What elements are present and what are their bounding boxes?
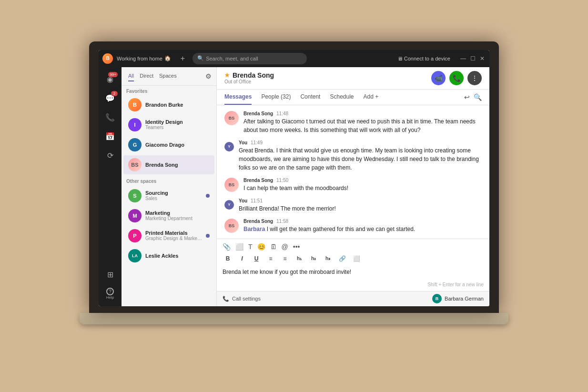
message-content-5: Brenda Song 11:58 Barbara I will get the… — [243, 219, 482, 233]
add-tab-button[interactable]: + — [181, 54, 185, 63]
mention-barbara: Barbara — [243, 226, 265, 232]
channel-item-identity[interactable]: I Identity Design Teamers — [123, 115, 214, 134]
avatar-giacomo: G — [128, 138, 142, 151]
channels-panel: All Direct Spaces ⚙ Favorites B Brandon … — [122, 67, 217, 306]
search-input[interactable]: 🔍 Search, meet, and call — [193, 53, 307, 64]
italic-button[interactable]: I — [237, 253, 247, 264]
tab-people[interactable]: People (32) — [261, 90, 291, 105]
maximize-button[interactable]: ☐ — [469, 55, 476, 62]
channel-name-leslie: Leslie Ackles — [145, 253, 210, 259]
connect-device-label[interactable]: 🖥 Connect to a device — [397, 56, 450, 61]
channel-sub-sourcing: Sales — [145, 196, 202, 201]
message-time-1: 11:48 — [276, 111, 288, 116]
filter-tabs: All Direct Spaces — [126, 71, 203, 81]
message-group-4: Y You 11:51 Brilliant Brenda! The more t… — [224, 198, 482, 213]
search-placeholder: Search, meet, and call — [206, 56, 258, 61]
channel-item-printed[interactable]: P Printed Materials Graphic Design & Mar… — [123, 226, 214, 245]
call-settings-label[interactable]: Call settings — [232, 296, 261, 302]
compose-text[interactable]: Brenda let me know if you got the mirobo… — [223, 267, 484, 280]
tab-content[interactable]: Content — [300, 90, 320, 105]
message-time-4: 11:51 — [251, 198, 263, 203]
back-icon[interactable]: ↩ — [464, 93, 470, 101]
audio-call-button[interactable]: 📞 — [449, 71, 464, 85]
chat-tabs: Messages People (32) Content Schedule Ad… — [217, 90, 489, 105]
calendar-compose-icon[interactable]: 🗓 — [270, 243, 277, 251]
message-sender-2: You — [239, 140, 247, 145]
channel-name-brenda: Brenda Song — [145, 162, 210, 168]
window-controls: — ☐ ✕ — [460, 55, 486, 62]
avatar-printed: P — [128, 229, 142, 242]
bold-button[interactable]: B — [223, 253, 233, 264]
message-meta-1: Brenda Song 11:48 — [243, 111, 482, 116]
message-text-2: Great Brenda. I think that would give us… — [239, 146, 482, 172]
mention-icon[interactable]: @ — [282, 243, 288, 251]
message-meta-5: Brenda Song 11:58 — [243, 219, 482, 224]
code-button[interactable]: ⬜ — [351, 253, 362, 264]
channel-item-brenda[interactable]: BS Brenda Song — [123, 155, 214, 174]
more-options-button[interactable]: ⋮ — [467, 71, 482, 85]
channel-info-marketing: Marketing Marketing Department — [145, 210, 210, 221]
link-button[interactable]: 🔗 — [337, 253, 347, 264]
sidebar-item-help[interactable]: ? Help — [101, 285, 119, 302]
attach-icon[interactable]: 📎 — [223, 243, 231, 251]
sidebar-item-activity[interactable]: ◉ 99+ — [101, 71, 119, 88]
list-button[interactable]: ≡ — [280, 253, 290, 264]
channel-info-giacomo: Giacomo Drago — [145, 142, 210, 148]
search-messages-icon[interactable]: 🔍 — [474, 93, 482, 101]
underline-button[interactable]: U — [251, 253, 262, 264]
compose-mention: Brenda — [223, 269, 241, 275]
avatar-marketing: M — [128, 209, 142, 222]
title-bar-right: 🖥 Connect to a device — ☐ ✕ — [397, 55, 486, 62]
filter-icon[interactable]: ⚙ — [205, 72, 212, 80]
star-icon[interactable]: ★ — [224, 72, 230, 79]
message-group-2: Y You 11:49 Great Brenda. I think that w… — [224, 140, 482, 172]
h2-button[interactable]: h₂ — [308, 253, 319, 264]
filter-tab-direct[interactable]: Direct — [140, 71, 153, 81]
chat-header-info: ★ Brenda Song Out of Office — [224, 71, 427, 84]
sidebar-item-calendar[interactable]: 📅 — [101, 128, 119, 145]
filter-tab-spaces[interactable]: Spaces — [159, 71, 177, 81]
message-avatar-brenda-5: BS — [224, 219, 239, 233]
contact-status: Out of Office — [224, 79, 427, 84]
sidebar-icons: ◉ 99+ 💬 2 📞 📅 — [99, 67, 122, 306]
message-avatar-brenda-1: BS — [224, 111, 239, 125]
filter-tab-all[interactable]: All — [128, 71, 134, 81]
channel-name-marketing: Marketing — [145, 210, 210, 216]
format-icon[interactable]: ⬜ — [235, 243, 243, 251]
emoji-icon[interactable]: 😊 — [257, 243, 265, 251]
tab-add[interactable]: Add + — [364, 90, 379, 105]
profile-avatar[interactable]: B — [102, 53, 113, 64]
tab-schedule[interactable]: Schedule — [330, 90, 354, 105]
sidebar-item-chat[interactable]: 💬 2 — [101, 90, 119, 107]
message-meta-2: You 11:49 — [239, 140, 482, 145]
message-group-5: BS Brenda Song 11:58 Barbara I will get … — [224, 219, 482, 233]
messages-area: BS Brenda Song 11:48 After talking to Gi… — [217, 105, 489, 239]
channel-info-leslie: Leslie Ackles — [145, 253, 210, 259]
channel-item-sourcing[interactable]: S Sourcing Sales — [123, 186, 214, 205]
channel-item-leslie[interactable]: LA Leslie Ackles — [123, 246, 214, 265]
minimize-button[interactable]: — — [460, 55, 466, 62]
tab-messages[interactable]: Messages — [224, 90, 252, 105]
sidebar-item-calls[interactable]: 📞 — [101, 109, 119, 126]
channel-name-giacomo: Giacomo Drago — [145, 142, 210, 148]
channel-name-identity: Identity Design — [145, 119, 210, 125]
more-compose-icon[interactable]: ••• — [293, 243, 300, 251]
channels-header: All Direct Spaces ⚙ — [122, 67, 216, 86]
channel-item-giacomo[interactable]: G Giacomo Drago — [123, 135, 214, 154]
message-text-4: Brilliant Brenda! The more the merrior! — [239, 204, 482, 213]
channel-item-marketing[interactable]: M Marketing Marketing Department — [123, 206, 214, 225]
apps-icon: ⊞ — [107, 270, 113, 279]
sidebar-item-teams[interactable]: ⟳ — [101, 147, 119, 164]
message-content-3: Brenda Song 11:50 I can help the team wi… — [243, 178, 482, 192]
other-spaces-header: Other spaces — [122, 175, 216, 186]
close-button[interactable]: ✕ — [479, 55, 486, 62]
text-format-icon[interactable]: T — [248, 243, 253, 251]
h1-button[interactable]: h₁ — [294, 253, 304, 264]
strikethrough-button[interactable]: ≡ — [265, 253, 276, 264]
h3-button[interactable]: h₃ — [323, 253, 333, 264]
sidebar-item-apps[interactable]: ⊞ — [101, 266, 119, 283]
video-call-button[interactable]: 📹 — [431, 71, 446, 85]
channel-item-brandon[interactable]: B Brandon Burke — [123, 95, 214, 114]
message-sender-1: Brenda Song — [243, 111, 273, 116]
message-time-3: 11:50 — [276, 178, 288, 183]
